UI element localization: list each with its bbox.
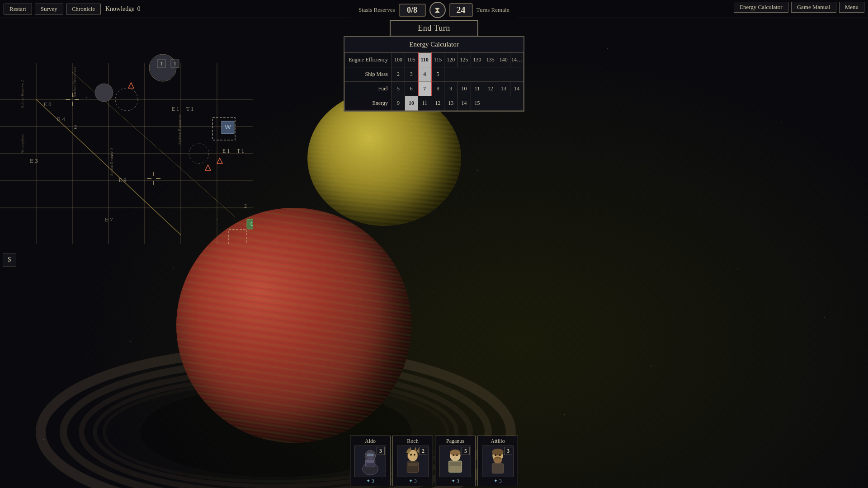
engine-eff-100: 100 — [392, 53, 405, 67]
restart-button[interactable]: Restart — [4, 4, 32, 14]
end-turn-button[interactable]: End Turn — [390, 20, 478, 37]
svg-point-72 — [414, 454, 415, 455]
right-nav: Energy Calculator Game Manual Menu — [730, 0, 868, 14]
svg-text:E 7: E 7 — [105, 216, 113, 223]
fuel-9: 9 — [444, 82, 458, 96]
energy-calc-table: Engine Efficiency 100 105 110 115 120 12… — [344, 52, 524, 111]
svg-point-86 — [499, 454, 501, 456]
ship-mass-label: Ship Mass — [345, 67, 392, 82]
chronicle-button[interactable]: Chronicle — [66, 4, 101, 14]
svg-text:T 1: T 1 — [186, 106, 193, 112]
svg-text:T: T — [160, 61, 163, 66]
turns-counter: 24 — [449, 3, 472, 17]
engine-eff-140: 140 — [497, 53, 510, 67]
ship-mass-row: Ship Mass 2 3 4 5 — [345, 67, 524, 82]
svg-text:Atmosphere: Atmosphere — [20, 134, 24, 154]
svg-point-82 — [492, 449, 503, 456]
char-card-attilio[interactable]: Attilio 3 ✦ 3 — [477, 436, 518, 486]
fuel-8: 8 — [431, 82, 444, 96]
char-portrait-attilio: 3 — [482, 446, 514, 477]
center-hud: Stasis Reserves 0/8 ⧗ 24 Turns Remain En… — [351, 0, 517, 37]
character-cards: Aldo 3 ✦ 3 Roch — [350, 436, 518, 488]
stasis-row: Stasis Reserves 0/8 ⧗ 24 Turns Remain — [351, 0, 517, 20]
fuel-10: 10 — [458, 82, 471, 96]
fuel-5: 5 — [392, 82, 405, 96]
svg-text:T: T — [174, 61, 177, 66]
svg-marker-28 — [217, 158, 222, 164]
svg-marker-26 — [128, 83, 134, 88]
svg-text:W: W — [225, 123, 231, 131]
char-portrait-paganus: 5 — [439, 446, 471, 477]
survey-button[interactable]: Survey — [35, 4, 63, 14]
map-s-icon: S — [3, 253, 16, 267]
char-card-roch[interactable]: Roch 2 ✦ 3 — [392, 436, 433, 486]
energy-9: 9 — [392, 96, 405, 111]
fuel-11: 11 — [471, 82, 484, 96]
menu-button[interactable]: Menu — [839, 2, 864, 13]
svg-marker-27 — [205, 165, 211, 170]
svg-rect-60 — [366, 460, 374, 463]
engine-eff-110: 110 — [418, 53, 431, 67]
engine-efficiency-label: Engine Efficiency — [345, 53, 392, 67]
char-card-aldo[interactable]: Aldo 3 ✦ 3 — [350, 436, 391, 486]
energy-12: 12 — [431, 96, 444, 111]
char-card-paganus[interactable]: Paganus 5 ✦ 3 — [435, 436, 476, 486]
svg-text:E 3: E 3 — [30, 157, 38, 164]
energy-row: Energy 9 10 11 12 13 14 15 — [345, 96, 524, 111]
ship-mass-2: 2 — [392, 67, 405, 82]
energy-calc-button[interactable]: Energy Calculator — [734, 2, 788, 13]
svg-text:T 1: T 1 — [237, 148, 244, 154]
svg-text:Action Reserve 2: Action Reserve 2 — [109, 148, 114, 176]
svg-point-75 — [450, 450, 460, 456]
ship-mass-4: 4 — [418, 67, 431, 82]
fuel-13: 13 — [497, 82, 510, 96]
svg-text:Action Reserve 2: Action Reserve 2 — [20, 80, 24, 108]
char-badge-aldo: 3 — [377, 447, 385, 455]
svg-point-79 — [456, 454, 458, 456]
char-badge-paganus: 5 — [462, 447, 470, 455]
char-name-paganus: Paganus — [446, 438, 464, 445]
energy-10: 10 — [405, 96, 418, 111]
fuel-row: Fuel 5 6 7 8 9 10 11 12 13 14 — [345, 82, 524, 96]
svg-rect-77 — [449, 462, 461, 466]
svg-point-23 — [95, 84, 113, 102]
fuel-7: 7 — [418, 82, 431, 96]
svg-text:E 0: E 0 — [43, 101, 52, 108]
engine-efficiency-row: Engine Efficiency 100 105 110 115 120 12… — [345, 53, 524, 67]
fuel-12: 12 — [484, 82, 497, 96]
svg-text:2: 2 — [244, 203, 247, 209]
energy-label: Energy — [345, 96, 392, 111]
fuel-14: 14 — [510, 82, 523, 96]
stasis-counter: 0/8 — [398, 4, 425, 17]
char-stat-aldo: ✦ 3 — [366, 478, 374, 484]
energy-14: 14 — [458, 96, 471, 111]
map-grid: W C T T E 0 E 3 E 4 E 7 E 9 E 1 T 1 E 1 … — [0, 18, 253, 244]
svg-point-85 — [495, 454, 496, 456]
engine-eff-120: 120 — [444, 53, 458, 67]
engine-eff-135: 135 — [484, 53, 497, 67]
turns-remain-label: Turns Remain — [476, 6, 509, 14]
fuel-6: 6 — [405, 82, 418, 96]
svg-text:2: 2 — [110, 153, 113, 160]
char-name-attilio: Attilio — [491, 438, 505, 445]
svg-rect-30 — [229, 230, 247, 244]
game-manual-button[interactable]: Game Manual — [791, 2, 836, 13]
svg-text:E 4: E 4 — [57, 116, 65, 122]
hourglass-icon: ⧗ — [429, 2, 445, 18]
char-badge-roch: 2 — [419, 447, 427, 455]
energy-calc-title: Energy Calculator — [344, 37, 524, 52]
char-badge-attilio: 3 — [504, 447, 512, 455]
knowledge-label: Knowledge — [105, 5, 135, 13]
svg-rect-61 — [367, 454, 374, 456]
svg-point-78 — [453, 454, 454, 456]
svg-point-71 — [410, 454, 412, 455]
char-stat-paganus: ✦ 3 — [451, 478, 459, 484]
svg-text:E 9: E 9 — [118, 177, 127, 183]
engine-eff-14x: 14… — [510, 53, 523, 67]
char-stat-attilio: ✦ 3 — [494, 478, 501, 484]
ship-mass-5: 5 — [431, 67, 444, 82]
knowledge-display: Knowledge 0 — [105, 5, 141, 13]
svg-text:E 1: E 1 — [172, 106, 179, 112]
char-portrait-roch: 2 — [397, 446, 429, 477]
char-name-aldo: Aldo — [365, 438, 376, 445]
